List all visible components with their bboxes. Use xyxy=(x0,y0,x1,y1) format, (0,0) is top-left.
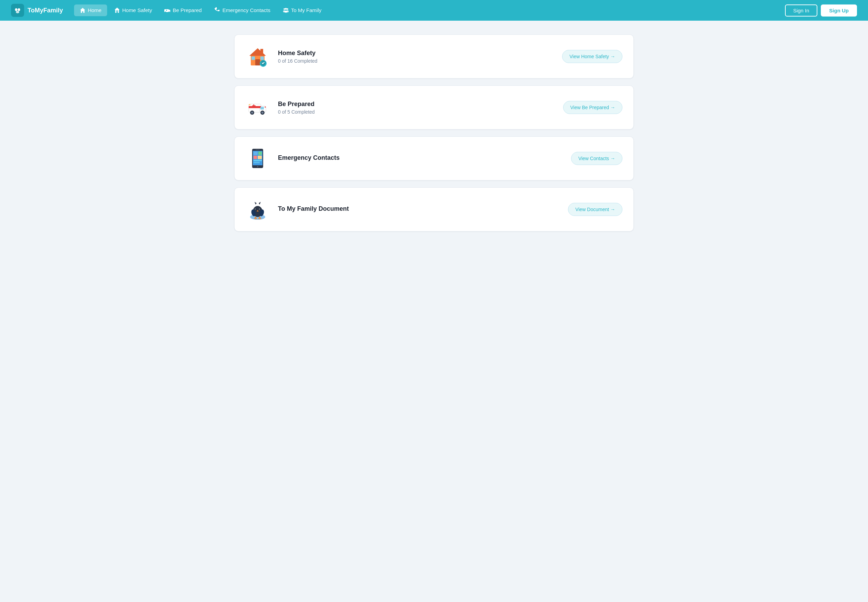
navbar: ToMyFamily Home Home Safety xyxy=(0,0,868,21)
view-home-safety-button[interactable]: View Home Safety → xyxy=(562,50,622,63)
svg-rect-22 xyxy=(260,49,263,54)
nav-home-safety[interactable]: Home Safety xyxy=(109,5,158,17)
home-icon xyxy=(80,7,86,14)
svg-rect-19 xyxy=(255,59,260,65)
svg-point-51 xyxy=(255,209,256,209)
svg-rect-44 xyxy=(253,162,260,163)
svg-rect-26 xyxy=(249,106,261,108)
home-safety-title: Home Safety xyxy=(278,49,554,57)
svg-point-11 xyxy=(283,8,285,10)
nav-actions: Sign In Sign Up xyxy=(785,5,857,17)
svg-marker-65 xyxy=(259,202,261,204)
svg-point-13 xyxy=(285,8,287,10)
brand[interactable]: ToMyFamily xyxy=(11,4,63,17)
be-prepared-action: View Be Prepared → xyxy=(563,101,622,114)
svg-point-12 xyxy=(287,8,288,10)
be-prepared-card-icon xyxy=(246,95,270,120)
signup-button[interactable]: Sign Up xyxy=(821,5,857,17)
svg-rect-42 xyxy=(258,156,262,159)
to-my-family-doc-action: View Document → xyxy=(568,203,622,216)
to-my-family-card: To My Family Document View Document → xyxy=(234,187,634,232)
svg-rect-43 xyxy=(253,160,262,161)
nav-links: Home Home Safety xyxy=(74,5,782,17)
to-my-family-card-icon xyxy=(246,197,270,221)
svg-rect-39 xyxy=(253,152,258,155)
home-safety-icon xyxy=(114,7,120,14)
nav-be-prepared[interactable]: Be Prepared xyxy=(159,5,207,17)
home-safety-action: View Home Safety → xyxy=(562,50,622,63)
signin-button[interactable]: Sign In xyxy=(785,5,818,17)
svg-point-54 xyxy=(259,209,260,209)
svg-point-45 xyxy=(257,166,258,167)
svg-rect-41 xyxy=(253,156,257,159)
be-prepared-card: Be Prepared 0 of 5 Completed View Be Pre… xyxy=(234,85,634,129)
brand-name: ToMyFamily xyxy=(28,7,63,14)
svg-rect-21 xyxy=(260,57,264,60)
to-my-family-title: To My Family Document xyxy=(278,205,560,212)
home-safety-subtitle: 0 of 16 Completed xyxy=(278,58,554,64)
svg-rect-28 xyxy=(253,104,255,108)
svg-point-8 xyxy=(169,12,170,13)
svg-point-2 xyxy=(18,8,20,11)
be-prepared-title: Be Prepared xyxy=(278,101,555,108)
svg-rect-0 xyxy=(13,6,22,15)
svg-point-32 xyxy=(261,112,264,114)
nav-to-my-family[interactable]: To My Family xyxy=(277,5,327,17)
family-icon xyxy=(283,7,289,14)
svg-rect-34 xyxy=(260,107,264,109)
emergency-contacts-action: View Contacts → xyxy=(571,152,622,165)
emergency-contacts-card-icon xyxy=(246,146,270,170)
view-contacts-button[interactable]: View Contacts → xyxy=(571,152,622,165)
svg-rect-10 xyxy=(166,10,167,11)
svg-rect-46 xyxy=(256,149,260,150)
svg-marker-18 xyxy=(249,48,266,56)
home-safety-card-info: Home Safety 0 of 16 Completed xyxy=(278,49,554,64)
view-be-prepared-button[interactable]: View Be Prepared → xyxy=(563,101,622,114)
nav-emergency-contacts[interactable]: Emergency Contacts xyxy=(209,5,276,17)
svg-marker-64 xyxy=(255,202,257,204)
be-prepared-card-info: Be Prepared 0 of 5 Completed xyxy=(278,101,555,115)
svg-point-30 xyxy=(251,112,253,114)
brand-logo xyxy=(11,4,24,17)
home-safety-card: Home Safety 0 of 16 Completed View Home … xyxy=(234,34,634,78)
phone-icon xyxy=(214,7,220,14)
emergency-contacts-card: Emergency Contacts View Contacts → xyxy=(234,137,634,180)
main-content: Home Safety 0 of 16 Completed View Home … xyxy=(220,34,648,232)
to-my-family-card-info: To My Family Document xyxy=(278,205,560,214)
view-document-button[interactable]: View Document → xyxy=(568,203,622,216)
svg-rect-33 xyxy=(249,104,250,105)
svg-point-3 xyxy=(16,11,19,14)
home-safety-card-icon xyxy=(246,45,270,69)
svg-point-1 xyxy=(15,8,18,11)
svg-rect-20 xyxy=(252,57,255,60)
emergency-contacts-card-info: Emergency Contacts xyxy=(278,154,563,163)
ambulance-icon xyxy=(164,7,171,14)
svg-point-16 xyxy=(284,11,287,13)
svg-rect-36 xyxy=(265,106,266,108)
svg-point-7 xyxy=(165,12,166,13)
be-prepared-subtitle: 0 of 5 Completed xyxy=(278,109,555,115)
nav-home[interactable]: Home xyxy=(74,5,107,17)
svg-rect-40 xyxy=(258,152,262,155)
emergency-contacts-title: Emergency Contacts xyxy=(278,154,563,161)
